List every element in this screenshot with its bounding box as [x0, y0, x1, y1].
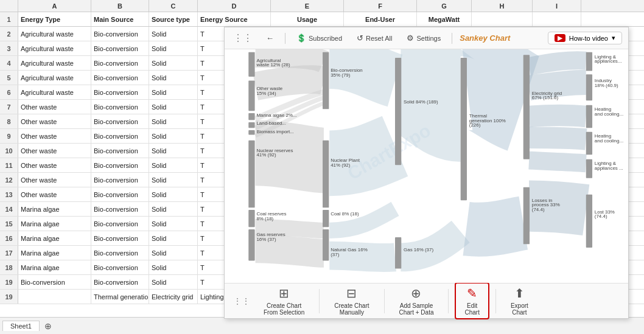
cell-source-type: Solid — [149, 231, 198, 245]
cell-main-source: Bio-conversion — [91, 275, 149, 289]
col-header-c: C — [149, 0, 198, 12]
back-button[interactable]: ← — [262, 32, 278, 44]
svg-text:41% (92): 41% (92) — [331, 162, 351, 168]
col-header-f: F — [344, 0, 417, 12]
row-number: 4 — [0, 56, 18, 70]
svg-text:35% (79): 35% (79) — [331, 72, 351, 78]
cell-main-source: Bio-conversion — [91, 173, 149, 187]
svg-text:appliances...: appliances... — [595, 58, 622, 64]
reset-button[interactable]: ↺ Reset All — [353, 32, 396, 44]
edit-chart-label: EditChart — [464, 302, 479, 316]
svg-rect-13 — [395, 58, 401, 165]
cell-a — [18, 290, 91, 304]
cell-energy-type: Marina algae — [18, 202, 91, 216]
header-usage: Usage — [271, 12, 344, 26]
cell-source-type: Solid — [149, 71, 198, 85]
col-header-e: E — [271, 0, 344, 12]
add-sheet-button[interactable]: ⊕ — [40, 320, 57, 332]
youtube-icon: ▶ — [555, 34, 565, 42]
create-chart-manually-button[interactable]: ⊟ Create ChartManually — [326, 284, 377, 318]
svg-rect-23 — [586, 195, 592, 248]
col-header-d: D — [198, 0, 271, 12]
svg-text:Coal 8% (18): Coal 8% (18) — [331, 211, 359, 217]
svg-text:18% (40.9): 18% (40.9) — [595, 83, 618, 88]
row-number: 10 — [0, 144, 18, 158]
row-number: 19 — [0, 290, 18, 304]
cell-main-source: Bio-conversion — [91, 202, 149, 216]
svg-rect-18 — [586, 52, 592, 71]
cell-source-type: Solid — [149, 158, 198, 172]
add-sample-button[interactable]: ⊕ Add SampleChart + Data — [391, 284, 443, 318]
cell-energy-type: Other waste — [18, 144, 91, 158]
svg-text:(226): (226) — [469, 122, 481, 128]
cell-main-source: Bio-conversion — [91, 187, 149, 201]
header-energy-source: Energy Source — [198, 12, 271, 26]
cell-source-type: Solid — [149, 27, 198, 41]
cell-source-type: Solid — [149, 246, 198, 260]
row-number: 5 — [0, 71, 18, 85]
cell-energy-type: Agricultural waste — [18, 27, 91, 41]
sheet-tab[interactable]: Sheet1 — [2, 321, 40, 331]
cell-main-source: Bio-conversion — [91, 71, 149, 85]
row-number: 6 — [0, 85, 18, 99]
export-chart-button[interactable]: ⬆ ExportChart — [502, 284, 537, 318]
cell-main-source: Bio-conversion — [91, 56, 149, 70]
svg-text:8% (18): 8% (18) — [256, 216, 273, 221]
menu-dots[interactable]: ⋮⋮ — [231, 32, 255, 44]
subscribed-icon: 💲 — [296, 33, 306, 43]
export-chart-label: ExportChart — [511, 302, 528, 316]
row-number: 11 — [0, 158, 18, 172]
bottom-divider-1 — [319, 289, 320, 313]
row-number: 15 — [0, 217, 18, 231]
back-icon: ← — [266, 33, 274, 43]
svg-rect-22 — [586, 159, 592, 178]
bottom-divider-4 — [495, 289, 496, 313]
svg-rect-15 — [461, 58, 467, 200]
edit-chart-button[interactable]: ✎ EditChart — [455, 282, 489, 319]
create-manually-icon: ⊟ — [346, 286, 357, 301]
settings-button[interactable]: ⚙ Settings — [403, 32, 444, 44]
cell-energy-type: Other waste — [18, 129, 91, 143]
cell-main-source: Bio-conversion — [91, 158, 149, 172]
cell-source-type: Solid — [149, 129, 198, 143]
sankey-chart: ChartExpo — [225, 49, 628, 283]
cell-main-source: Bio-conversion — [91, 114, 149, 128]
cell-source-type: Solid — [149, 275, 198, 289]
create-manually-label: Create ChartManually — [334, 302, 369, 316]
header-megawatt: MegaWatt — [417, 12, 472, 26]
cell-energy-type: Marina algae — [18, 217, 91, 231]
col-header-h: H — [472, 0, 533, 12]
svg-rect-21 — [586, 132, 592, 155]
cell-source-type: Solid — [149, 173, 198, 187]
how-to-button[interactable]: ▶ How-to video ▾ — [548, 32, 622, 44]
svg-text:waste 12% (28): waste 12% (28) — [256, 62, 290, 68]
create-chart-from-selection-button[interactable]: ⊞ Create ChartFrom Selection — [255, 284, 313, 318]
add-sample-icon: ⊕ — [411, 286, 421, 301]
how-to-label: How-to video — [569, 35, 608, 42]
svg-rect-16 — [523, 55, 530, 159]
svg-rect-12 — [323, 229, 329, 261]
row-number: 7 — [0, 100, 18, 114]
settings-label: Settings — [416, 35, 441, 42]
cell-c: Electricity grid — [149, 290, 198, 304]
chart-overlay: ⋮⋮ ← 💲 Subscribed ↺ Reset All ⚙ Settings… — [224, 27, 629, 319]
bottom-menu-dots[interactable]: ⋮⋮ — [231, 296, 253, 306]
cell-energy-type: Agricultural waste — [18, 41, 91, 55]
cell-energy-type: Other waste — [18, 114, 91, 128]
subscribed-button[interactable]: 💲 Subscribed — [293, 32, 346, 44]
create-from-selection-label: Create ChartFrom Selection — [264, 302, 304, 316]
svg-text:67% (151.6): 67% (151.6) — [532, 95, 559, 100]
divider-2 — [452, 33, 452, 44]
cell-main-source: Bio-conversion — [91, 217, 149, 231]
column-headers: A B C D E F G H I — [0, 0, 644, 12]
svg-rect-6 — [248, 141, 254, 208]
row-number: 3 — [0, 41, 18, 55]
row-number: 13 — [0, 187, 18, 201]
add-sample-label: Add SampleChart + Data — [399, 302, 434, 316]
cell-energy-type: Other waste — [18, 158, 91, 172]
bottom-divider-2 — [384, 289, 385, 313]
svg-text:appliances ...: appliances ... — [595, 165, 623, 171]
cell-source-type: Solid — [149, 41, 198, 55]
svg-rect-17 — [523, 187, 530, 245]
svg-rect-1 — [248, 52, 254, 77]
